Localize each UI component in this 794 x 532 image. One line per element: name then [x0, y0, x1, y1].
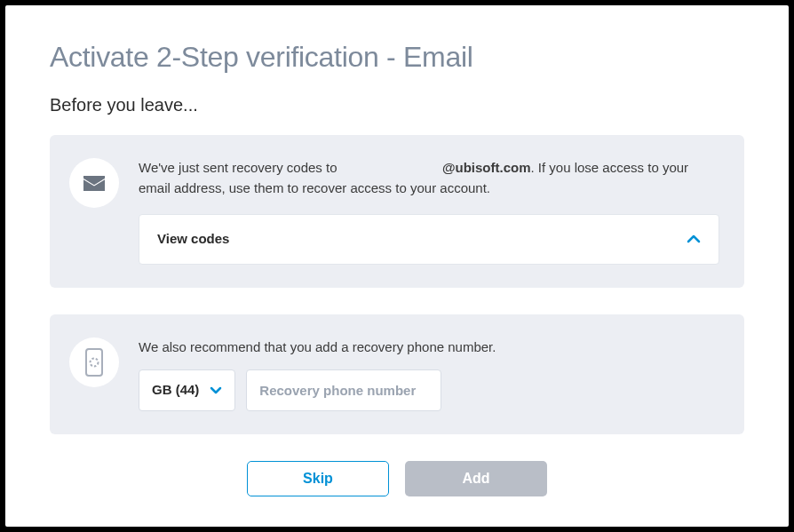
- two-step-modal: Activate 2-Step verification - Email Bef…: [5, 5, 789, 527]
- country-select[interactable]: GB (44): [139, 369, 235, 411]
- phone-input-row: GB (44): [139, 369, 719, 411]
- view-codes-label: View codes: [157, 229, 229, 250]
- skip-button[interactable]: Skip: [247, 461, 389, 496]
- phone-icon-wrap: [69, 337, 119, 387]
- modal-subtitle: Before you leave...: [50, 95, 744, 115]
- phone-card-body: We also recommend that you add a recover…: [139, 337, 719, 411]
- envelope-icon-wrap: [69, 158, 119, 208]
- modal-actions: Skip Add: [50, 461, 744, 496]
- phone-text-bold: add a recovery phone number: [315, 339, 492, 354]
- view-codes-toggle[interactable]: View codes: [139, 214, 719, 265]
- recovery-codes-card: We've just sent recovery codes to @ubiso…: [50, 135, 744, 288]
- svg-rect-0: [86, 349, 102, 376]
- recovery-phone-input[interactable]: [246, 369, 441, 411]
- envelope-icon: [83, 173, 106, 193]
- add-button[interactable]: Add: [405, 461, 547, 496]
- phone-card: We also recommend that you add a recover…: [50, 314, 744, 434]
- recovery-codes-body: We've just sent recovery codes to @ubiso…: [139, 158, 719, 265]
- recovery-email-domain: @ubisoft.com: [442, 160, 531, 175]
- phone-recommend-text: We also recommend that you add a recover…: [139, 337, 719, 358]
- svg-point-1: [91, 358, 99, 366]
- phone-text-prefix: We also recommend that you: [139, 339, 315, 354]
- modal-title: Activate 2-Step verification - Email: [50, 41, 744, 74]
- recovery-text-prefix: We've just sent recovery codes to: [139, 160, 341, 175]
- recovery-codes-text: We've just sent recovery codes to @ubiso…: [139, 158, 719, 198]
- phone-icon: [84, 347, 104, 377]
- chevron-down-icon: [210, 386, 222, 394]
- chevron-up-icon: [687, 229, 701, 250]
- phone-text-suffix: .: [492, 339, 496, 354]
- country-label: GB (44): [152, 380, 199, 401]
